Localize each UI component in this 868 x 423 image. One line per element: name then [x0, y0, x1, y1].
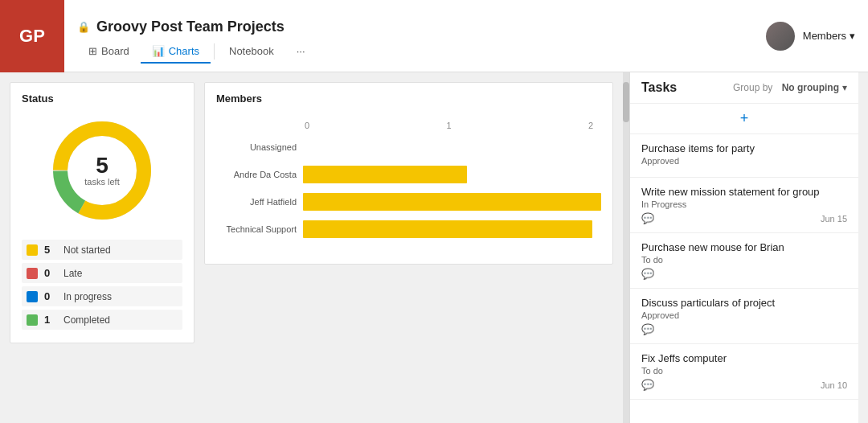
donut-center: 5 tasks left [84, 154, 119, 187]
legend-color-completed [27, 314, 38, 326]
comment-icon: 💬 [641, 268, 654, 280]
donut-chart-wrapper: 5 tasks left [22, 114, 182, 227]
bar-row-andre: Andre Da Costa [216, 166, 601, 183]
status-card-title: Status [22, 92, 182, 105]
task-status: Approved [641, 156, 847, 166]
donut-label: tasks left [84, 177, 119, 187]
bar-container-unassigned [303, 138, 601, 156]
legend-item-late: 0 Late [22, 263, 182, 283]
task-footer: 💬 [641, 268, 847, 280]
task-item[interactable]: Write new mission statement for group In… [630, 178, 858, 233]
task-item[interactable]: Fix Jeffs computer To do 💬 Jun 10 [630, 344, 858, 400]
add-task-button[interactable]: + [630, 104, 858, 134]
tasks-list: Purchase items for party Approved Write … [630, 134, 858, 423]
tasks-panel: Tasks Group by No grouping ▾ + Purchase … [629, 72, 858, 423]
bar-label-jeff: Jeff Hatfield [216, 197, 297, 207]
bar-label-technical: Technical Support [216, 224, 297, 234]
members-card: Members 0 1 2 Unassigned Andre Da Co [204, 82, 613, 265]
app-logo: GP [0, 0, 64, 72]
task-item[interactable]: Purchase new mouse for Brian To do 💬 [630, 233, 858, 289]
nav-separator [214, 43, 215, 60]
legend-item-not-started: 5 Not started [22, 240, 182, 260]
header-right: Members ▾ [766, 22, 868, 51]
bar-row-technical: Technical Support [216, 220, 601, 238]
donut-number: 5 [96, 154, 108, 177]
tasks-header: Tasks Group by No grouping ▾ [630, 72, 858, 104]
bar-label-unassigned: Unassigned [216, 142, 297, 152]
scroll-track[interactable] [623, 72, 629, 423]
title-row: 🔒 Groovy Post Team Projects [77, 9, 753, 40]
bar-fill-technical [303, 220, 592, 238]
task-name: Purchase new mouse for Brian [641, 241, 847, 253]
bar-row-unassigned: Unassigned [216, 138, 601, 156]
members-button[interactable]: Members ▾ [803, 30, 855, 42]
chevron-down-icon: ▾ [850, 30, 855, 42]
board-icon: ⊞ [88, 45, 97, 57]
left-panel: Status 5 tasks left [0, 72, 623, 423]
groupby-control[interactable]: Group by No grouping ▾ [733, 82, 847, 93]
task-item[interactable]: Discuss particulars of project Approved … [630, 289, 858, 344]
main-content: Status 5 tasks left [0, 72, 868, 423]
task-footer: 💬 Jun 10 [641, 379, 847, 391]
bar-fill-andre [303, 166, 467, 183]
groupby-label: Group by [733, 82, 772, 93]
tab-notebook[interactable]: Notebook [218, 40, 285, 64]
task-status: To do [641, 366, 847, 376]
bar-container-jeff [303, 193, 601, 211]
tab-charts[interactable]: 📊 Charts [141, 40, 211, 64]
tab-board[interactable]: ⊞ Board [77, 40, 141, 64]
bar-fill-jeff [303, 193, 601, 211]
page-title: Groovy Post Team Projects [96, 18, 285, 35]
navigation: ⊞ Board 📊 Charts Notebook ··· [77, 40, 753, 64]
tab-more[interactable]: ··· [285, 40, 317, 64]
legend-color-not-started [27, 244, 38, 256]
bar-row-jeff: Jeff Hatfield [216, 193, 601, 211]
chevron-down-icon: ▾ [842, 82, 847, 93]
x-axis: 0 1 2 [305, 121, 601, 130]
legend: 5 Not started 0 Late 0 In progress 1 Com… [22, 240, 182, 330]
task-date: Jun 15 [821, 214, 847, 224]
tasks-title: Tasks [641, 80, 677, 95]
header-main: 🔒 Groovy Post Team Projects ⊞ Board 📊 Ch… [64, 9, 766, 64]
comment-icon: 💬 [641, 379, 654, 391]
legend-item-in-progress: 0 In progress [22, 286, 182, 306]
task-status: To do [641, 255, 847, 265]
task-footer: 💬 Jun 15 [641, 212, 847, 224]
task-date: Jun 10 [821, 380, 847, 390]
bar-container-andre [303, 166, 601, 183]
task-name: Discuss particulars of project [641, 297, 847, 309]
lock-icon: 🔒 [77, 21, 90, 33]
legend-color-in-progress [27, 291, 38, 302]
bar-chart: 0 1 2 Unassigned Andre Da Costa [216, 114, 601, 254]
task-name: Write new mission statement for group [641, 186, 847, 198]
groupby-value: No grouping [782, 82, 839, 93]
bar-label-andre: Andre Da Costa [216, 170, 297, 179]
avatar[interactable] [766, 22, 795, 51]
members-card-title: Members [216, 92, 601, 105]
charts-icon: 📊 [152, 45, 165, 57]
legend-color-late [27, 268, 38, 279]
status-card: Status 5 tasks left [10, 82, 194, 343]
task-footer: 💬 [641, 323, 847, 335]
task-status: Approved [641, 310, 847, 320]
task-name: Fix Jeffs computer [641, 352, 847, 364]
app-header: GP 🔒 Groovy Post Team Projects ⊞ Board 📊… [0, 0, 868, 72]
bar-container-technical [303, 220, 601, 238]
task-status: In Progress [641, 199, 847, 209]
comment-icon: 💬 [641, 212, 654, 224]
task-item[interactable]: Purchase items for party Approved [630, 134, 858, 178]
scroll-thumb[interactable] [623, 82, 629, 122]
legend-item-completed: 1 Completed [22, 310, 182, 330]
task-name: Purchase items for party [641, 142, 847, 154]
comment-icon: 💬 [641, 323, 654, 335]
donut-chart: 5 tasks left [46, 114, 158, 227]
